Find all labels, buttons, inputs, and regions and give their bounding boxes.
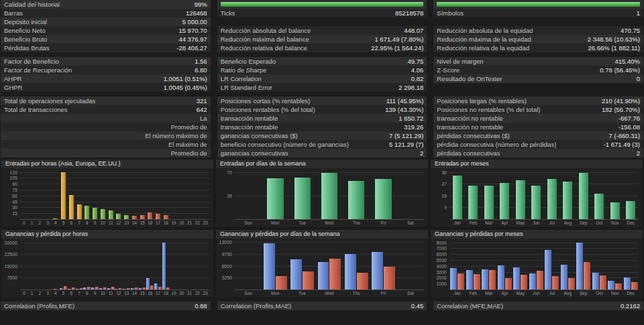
x-axis-label: Thu — [343, 220, 370, 226]
bar-slot — [481, 170, 497, 219]
bar-slot — [146, 241, 154, 289]
bar — [450, 268, 457, 289]
bar — [631, 282, 638, 289]
stat-cell: ganancias consecutivas ($)7 (5 121.29) — [217, 131, 427, 140]
stat-row: Pérdidas Brutas-28 406.27Reducción relat… — [1, 44, 643, 52]
x-axis-label: 10 — [99, 220, 107, 226]
x-axis-label: 21 — [186, 220, 194, 226]
bar — [537, 271, 543, 289]
stat-label: GHPR — [4, 83, 22, 92]
bar-slot — [138, 170, 146, 219]
bar-slot — [123, 241, 131, 289]
correlation-profits-mae: Correlation (Profits,MAE) 0.45 — [217, 302, 427, 310]
bar — [384, 267, 395, 289]
stat-cell: Total de operaciones ejecutadas321 — [1, 96, 211, 105]
stat-cell: Factor de Recuperación6.80 — [1, 66, 211, 74]
bar — [123, 289, 126, 289]
stat-label: Reducción máxima de la equidad — [437, 35, 531, 44]
bar-slot — [154, 241, 162, 289]
stat-cell: Ticks85218578 — [217, 9, 427, 17]
bar — [107, 288, 111, 289]
x-axis-label: Tue — [289, 290, 316, 297]
bar-slot — [576, 241, 592, 289]
x-axis-label: Jun — [529, 220, 545, 226]
stat-value: 0.78 (56.46%) — [596, 66, 640, 74]
bar-slot — [131, 241, 139, 289]
y-axis-label: 18 — [433, 194, 447, 198]
bar — [111, 287, 115, 289]
stat-cell: Reducción absoluta de la equidad470.75 — [433, 26, 643, 35]
bar-slot — [449, 170, 466, 219]
bar — [453, 176, 462, 219]
bar — [372, 252, 383, 289]
bar-slot — [170, 241, 178, 289]
stat-row: GHPR1.0045 (0.45%)LR Standard Error2 298… — [1, 83, 643, 92]
x-axis-label: 15 — [138, 220, 146, 226]
x-axis-label: 20 — [178, 290, 186, 297]
x-axis-label: 11 — [107, 290, 115, 297]
stat-cell: Calidad del historial99% — [1, 0, 211, 9]
stat-row: Beneficio Neto15 970.70Reducción absolut… — [1, 26, 643, 35]
x-axis-label: Mar — [481, 220, 497, 226]
stat-label: Reducción absoluta de la equidad — [437, 26, 533, 35]
stat-cell: Promedio de — [1, 123, 211, 131]
chart-plot: 153045607590105120 — [4, 170, 209, 220]
bar — [563, 182, 572, 219]
stat-cell — [217, 0, 427, 9]
x-axis-label: Aug — [560, 290, 576, 297]
stat-value: 7 (5 121.29) — [385, 131, 423, 140]
chart-title-entries-weekdays: Entradas por días de la semana — [216, 159, 428, 168]
stat-cell: La — [1, 114, 211, 123]
y-axis-label: 15 — [4, 211, 17, 216]
stat-label: Depósito inicial — [4, 17, 47, 26]
bar-slot — [115, 241, 123, 289]
y-axis-label: 5000 — [433, 258, 447, 263]
x-axis-label: 16 — [146, 290, 154, 297]
bar — [164, 215, 168, 219]
stat-cell: Promedio de — [1, 149, 211, 157]
stat-value: 126468 — [182, 9, 207, 17]
stat-label: LR Correlation — [221, 74, 262, 83]
chart-panel-1: Entradas por días de la semana 3570 SunM… — [215, 159, 429, 228]
bar — [124, 215, 129, 219]
bar-slot — [60, 170, 68, 219]
chart-title-pnl-months: Ganancias y pérdidas por meses — [431, 230, 643, 239]
bar — [139, 288, 142, 289]
bar-slot — [449, 241, 466, 289]
bar-slot — [83, 241, 91, 289]
stat-cell — [217, 17, 427, 26]
x-axis-label: Mon — [262, 290, 288, 297]
stat-cell: El número máximo de — [1, 131, 211, 140]
stat-label: Factor de Beneficio — [4, 57, 59, 66]
chart-panel-5: Ganancias y pérdidas por meses 100020003… — [430, 229, 643, 298]
stat-cell: Posiciones rentables (% del total)139 (4… — [217, 105, 427, 114]
y-axis-label: 36 — [433, 170, 447, 175]
stat-value: 5 121.29 (7) — [385, 140, 423, 149]
bar-slot — [513, 241, 529, 289]
stat-label: LR Standard Error — [221, 83, 272, 92]
x-axis-label: Jan — [449, 220, 466, 226]
stat-label: Posiciones rentables (% del total) — [221, 105, 315, 114]
bar — [600, 275, 606, 289]
stat-cell: Factor de Beneficio1.56 — [1, 57, 211, 66]
bar — [592, 273, 599, 289]
bar — [127, 288, 130, 289]
y-axis-label: 30000 — [4, 241, 17, 245]
stat-value: 2 — [416, 149, 423, 157]
bar — [87, 287, 91, 289]
stat-cell — [433, 0, 643, 9]
x-axis-label: Dec — [623, 290, 639, 297]
bar-slot — [560, 241, 576, 289]
stat-cell: Pérdidas Brutas-28 406.27 — [1, 44, 211, 52]
stat-label: Pérdidas Brutas — [4, 44, 50, 52]
y-axis-label: 45 — [4, 200, 17, 204]
stat-row: Barras126468Ticks85218578Símbolos1 — [1, 9, 643, 17]
stat-cell: Barras126468 — [1, 9, 211, 17]
bar-slot — [68, 170, 76, 219]
stat-cell: Depósito inicial5 000.00 — [1, 17, 211, 26]
bar — [610, 202, 620, 219]
stat-row: Depósito inicial5 000.00 — [1, 17, 643, 26]
x-axis-label: 12 — [115, 220, 123, 226]
x-axis-label: Sat — [397, 290, 424, 297]
stat-cell: AHPR1.0051 (0.51%) — [1, 74, 211, 83]
